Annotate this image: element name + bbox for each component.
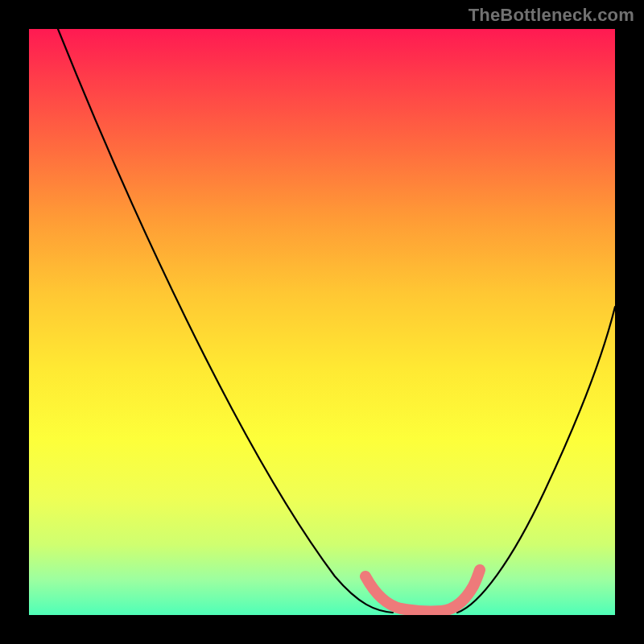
curve-left xyxy=(58,29,393,613)
trough-band xyxy=(365,570,480,611)
chart-svg xyxy=(29,29,615,615)
watermark-text: TheBottleneck.com xyxy=(469,5,634,26)
chart-area xyxy=(29,29,615,615)
